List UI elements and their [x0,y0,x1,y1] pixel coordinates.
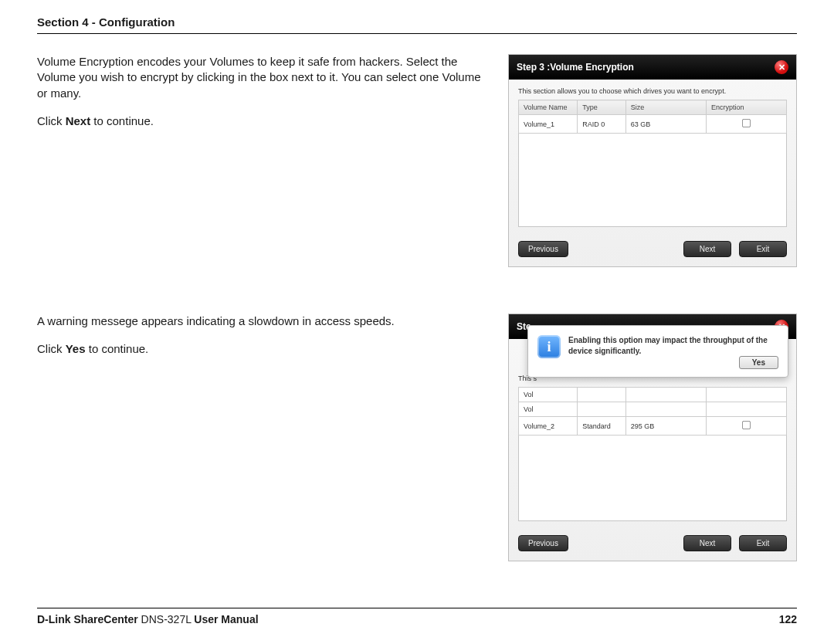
wizard-body: i Enabling this option may impact the th… [509,339,796,527]
col-type: Type [578,100,626,115]
cell-partial: Vol [519,388,578,402]
col-size: Size [626,100,706,115]
warning-modal: i Enabling this option may impact the th… [527,325,788,378]
col-volume-name: Volume Name [519,100,578,115]
exit-button[interactable]: Exit [739,241,787,257]
cell-volume-name: Volume_1 [519,115,578,134]
yes-button[interactable]: Yes [739,356,778,369]
instruction-block-1: Volume Encryption encodes your Volumes t… [37,54,797,267]
volume-table: Vol Vol Volume_2 Standard 295 GB [518,387,787,436]
info-icon: i [537,335,561,358]
cell-encryption [706,417,786,436]
cell-size: 63 GB [626,115,706,134]
next-button[interactable]: Next [683,241,731,257]
section-header: Section 4 - Configuration [37,15,797,34]
table-empty-area [518,436,787,521]
wizard-body: This section allows you to choose which … [509,80,796,233]
wizard-title: Step 3 :Volume Encryption [517,62,634,73]
wizard-titlebar: Step 3 :Volume Encryption ✕ [509,55,796,80]
warning-text: Enabling this option may impact the thro… [568,335,770,356]
exit-button[interactable]: Exit [739,535,787,551]
previous-button[interactable]: Previous [518,241,568,257]
screenshot-1: Step 3 :Volume Encryption ✕ This section… [508,54,797,267]
wizard-panel-2: Ste ✕ i Enabling this option may impact … [508,314,797,561]
table-row: Volume_1 RAID 0 63 GB [519,115,787,134]
table-empty-area [518,134,787,227]
close-icon[interactable]: ✕ [775,60,788,74]
instruction-para: Click Yes to continue. [37,341,490,357]
table-header-row: Volume Name Type Size Encryption [519,100,787,115]
page-number: 122 [779,613,797,625]
wizard-button-bar: Previous Next Exit [509,527,796,561]
cell-type: RAID 0 [578,115,626,134]
table-row-obscured: Vol [519,388,787,402]
instruction-text-2: A warning messege appears indicating a s… [37,314,490,370]
volume-table: Volume Name Type Size Encryption Volume_… [518,100,787,134]
instruction-block-2: A warning messege appears indicating a s… [37,314,797,561]
footer-left: D-Link ShareCenter DNS-327L User Manual [37,613,259,625]
instruction-para: A warning messege appears indicating a s… [37,314,490,329]
screenshot-2: Ste ✕ i Enabling this option may impact … [508,314,797,561]
cell-partial: Vol [519,402,578,417]
wizard-button-bar: Previous Next Exit [509,233,796,266]
encryption-checkbox[interactable] [742,119,751,127]
cell-size: 295 GB [626,417,706,436]
wizard-description: This section allows you to choose which … [518,87,787,95]
cell-encryption [706,115,786,134]
encryption-checkbox[interactable] [742,421,751,429]
table-row-obscured: Vol [519,402,787,417]
instruction-para: Volume Encryption encodes your Volumes t… [37,54,490,101]
instruction-text-1: Volume Encryption encodes your Volumes t… [37,54,490,141]
wizard-panel-1: Step 3 :Volume Encryption ✕ This section… [508,54,797,267]
cell-type: Standard [578,417,626,436]
instruction-para: Click Next to continue. [37,114,490,129]
next-button[interactable]: Next [683,535,731,551]
cell-volume-name: Volume_2 [519,417,578,436]
col-encryption: Encryption [706,100,786,115]
previous-button[interactable]: Previous [518,535,568,551]
page-footer: D-Link ShareCenter DNS-327L User Manual … [37,608,797,625]
table-row: Volume_2 Standard 295 GB [519,417,787,436]
